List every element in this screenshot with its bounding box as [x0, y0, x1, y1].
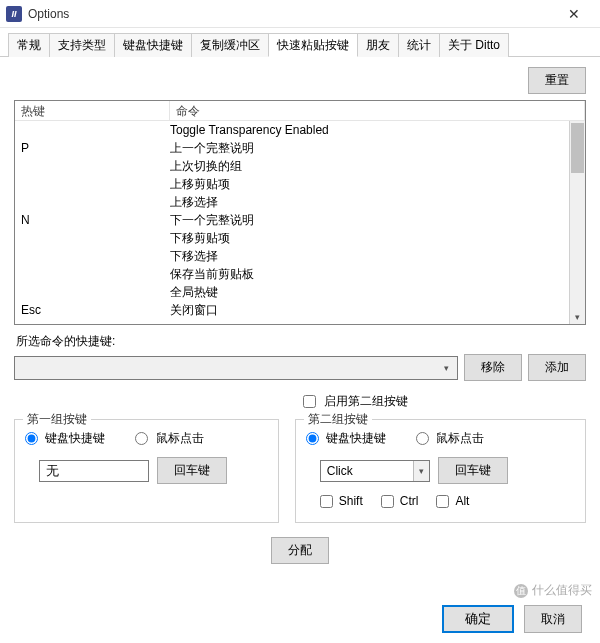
- watermark-text: 什么值得买: [532, 582, 592, 599]
- cancel-button[interactable]: 取消: [524, 605, 582, 633]
- add-button[interactable]: 添加: [528, 354, 586, 381]
- group1-radio-keyboard[interactable]: 键盘快捷键: [25, 430, 105, 447]
- group1-radio-mouse[interactable]: 鼠标点击: [135, 430, 203, 447]
- group2-click-combo[interactable]: Click ▾: [320, 460, 430, 482]
- watermark: 值 什么值得买: [514, 582, 592, 599]
- enable-group2-label: 启用第二组按键: [324, 393, 408, 410]
- app-icon: II: [6, 6, 22, 22]
- close-button[interactable]: ✕: [554, 0, 594, 28]
- list-row[interactable]: 上次切换的组: [15, 157, 585, 175]
- vertical-scrollbar[interactable]: ▾: [569, 121, 585, 324]
- group2-enterkey-button[interactable]: 回车键: [438, 457, 508, 484]
- tab-quick-paste-keys[interactable]: 快速粘贴按键: [268, 33, 358, 57]
- group2-radio-mouse[interactable]: 鼠标点击: [416, 430, 484, 447]
- group1-key-input[interactable]: [39, 460, 149, 482]
- list-row[interactable]: 下移选择: [15, 247, 585, 265]
- list-row[interactable]: P上一个完整说明: [15, 139, 585, 157]
- list-row[interactable]: 全局热键: [15, 283, 585, 301]
- tab-keyboard-shortcuts[interactable]: 键盘快捷键: [114, 33, 192, 57]
- header-command[interactable]: 命令: [170, 101, 585, 120]
- window-title: Options: [28, 7, 554, 21]
- ok-button[interactable]: 确定: [442, 605, 514, 633]
- radio-input[interactable]: [25, 432, 38, 445]
- tab-content: 重置 热键 命令 Toggle Transparency Enabled P上一…: [0, 57, 600, 574]
- reset-button[interactable]: 重置: [528, 67, 586, 94]
- tab-general[interactable]: 常规: [8, 33, 50, 57]
- tab-strip: 常规 支持类型 键盘快捷键 复制缓冲区 快速粘贴按键 朋友 统计 关于 Ditt…: [0, 28, 600, 57]
- radio-input[interactable]: [416, 432, 429, 445]
- group1-enterkey-button[interactable]: 回车键: [157, 457, 227, 484]
- titlebar: II Options ✕: [0, 0, 600, 28]
- tab-friends[interactable]: 朋友: [357, 33, 399, 57]
- list-header: 热键 命令: [15, 101, 585, 121]
- selected-hotkey-combo[interactable]: ▾: [14, 356, 458, 380]
- list-body[interactable]: Toggle Transparency Enabled P上一个完整说明 上次切…: [15, 121, 585, 324]
- list-row[interactable]: 下移剪贴项: [15, 229, 585, 247]
- tab-stats[interactable]: 统计: [398, 33, 440, 57]
- tab-about[interactable]: 关于 Ditto: [439, 33, 509, 57]
- group2-ctrl-check[interactable]: Ctrl: [381, 494, 419, 508]
- watermark-icon: 值: [514, 584, 528, 598]
- radio-input[interactable]: [306, 432, 319, 445]
- group2-alt-check[interactable]: Alt: [436, 494, 469, 508]
- group2-shift-check[interactable]: Shift: [320, 494, 363, 508]
- hotkey-list: 热键 命令 Toggle Transparency Enabled P上一个完整…: [14, 100, 586, 325]
- scrollbar-thumb[interactable]: [571, 123, 584, 173]
- group2-radio-keyboard[interactable]: 键盘快捷键: [306, 430, 386, 447]
- remove-button[interactable]: 移除: [464, 354, 522, 381]
- enable-group2-checkbox[interactable]: [303, 395, 316, 408]
- selected-hotkey-label: 所选命令的快捷键:: [16, 333, 586, 350]
- group2-box: 第二组按键 键盘快捷键 鼠标点击 Click ▾: [295, 419, 586, 523]
- checkbox-input[interactable]: [320, 495, 333, 508]
- list-row[interactable]: N下一个完整说明: [15, 211, 585, 229]
- assign-button[interactable]: 分配: [271, 537, 329, 564]
- checkbox-input[interactable]: [436, 495, 449, 508]
- tab-copy-buffers[interactable]: 复制缓冲区: [191, 33, 269, 57]
- scroll-down-icon[interactable]: ▾: [570, 310, 585, 324]
- radio-input[interactable]: [135, 432, 148, 445]
- list-row[interactable]: Toggle Transparency Enabled: [15, 121, 585, 139]
- dialog-buttons: 确定 取消: [442, 605, 582, 633]
- group2-legend: 第二组按键: [304, 411, 372, 428]
- chevron-down-icon: ▾: [413, 461, 429, 481]
- chevron-down-icon: ▾: [437, 357, 455, 379]
- checkbox-input[interactable]: [381, 495, 394, 508]
- list-row[interactable]: Esc关闭窗口: [15, 301, 585, 319]
- list-row[interactable]: 上移选择: [15, 193, 585, 211]
- group1-box: 第一组按键 键盘快捷键 鼠标点击 回车键: [14, 419, 279, 523]
- list-row[interactable]: 保存当前剪贴板: [15, 265, 585, 283]
- group1-legend: 第一组按键: [23, 411, 91, 428]
- tab-supported-types[interactable]: 支持类型: [49, 33, 115, 57]
- list-row[interactable]: 上移剪贴项: [15, 175, 585, 193]
- header-hotkey[interactable]: 热键: [15, 101, 170, 120]
